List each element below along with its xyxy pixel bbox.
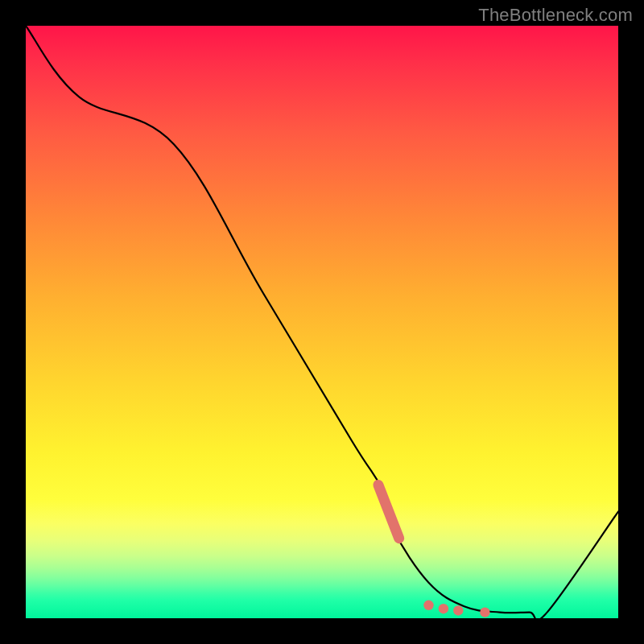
- highlight-dot: [439, 604, 448, 613]
- plot-area: [26, 26, 618, 618]
- highlight-dot: [423, 601, 433, 610]
- highlight-dot: [453, 605, 463, 615]
- chart-container: TheBottleneck.com: [0, 0, 644, 644]
- watermark-text: TheBottleneck.com: [478, 5, 633, 26]
- curve-svg: [26, 26, 618, 618]
- bottleneck-curve: [26, 26, 618, 618]
- highlight-segment: [378, 485, 399, 538]
- highlight-dot: [480, 607, 489, 617]
